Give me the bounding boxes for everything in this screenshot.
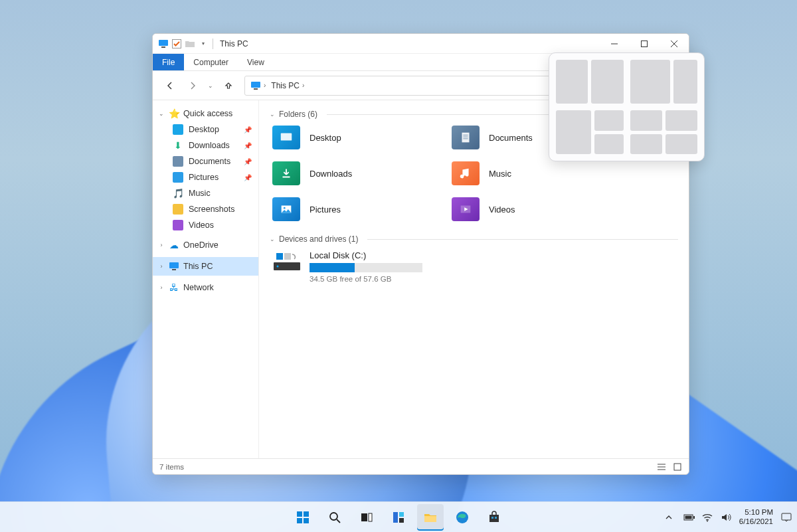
svg-rect-24 [284,253,291,260]
svg-rect-44 [495,517,497,519]
search-button[interactable] [321,504,348,531]
dropdown-caret-icon[interactable]: ▾ [198,39,209,49]
downloads-folder-icon [272,161,300,185]
videos-folder-icon [452,197,480,221]
pictures-folder-icon [272,197,300,221]
edge-taskbar[interactable] [449,504,476,531]
svg-rect-1 [161,46,165,48]
sidebar-item-documents[interactable]: Documents📌 [153,153,258,169]
sidebar-item-label: Network [183,283,214,292]
picture-icon [173,172,183,183]
snap-layout-4grid[interactable] [630,110,698,154]
breadcrumb-thispc[interactable]: This PC [271,81,300,90]
chevron-right-icon[interactable]: › [158,284,165,291]
snap-layout-2col-wide[interactable] [630,60,698,104]
svg-rect-13 [281,133,292,141]
chevron-right-icon[interactable]: › [302,82,304,89]
ribbon-tab-view[interactable]: View [238,54,274,70]
sidebar-network[interactable]: › 🖧 Network [153,280,258,296]
video-icon [173,220,183,230]
file-explorer-taskbar[interactable] [417,504,444,531]
drive-label: Local Disk (C:) [310,250,422,260]
wifi-icon[interactable] [702,513,713,522]
sidebar-item-label: Documents [189,157,230,166]
battery-icon[interactable] [683,513,694,521]
folder-videos[interactable]: Videos [452,197,624,221]
task-view-button[interactable] [353,504,380,531]
sidebar-item-downloads[interactable]: ⬇Downloads📌 [153,137,258,153]
sidebar-item-desktop[interactable]: Desktop📌 [153,122,258,137]
svg-rect-31 [297,518,302,523]
svg-point-33 [330,513,337,520]
folder-small-icon [185,39,195,49]
documents-folder-icon [452,126,480,149]
pc-monitor-icon [250,80,261,91]
sidebar-item-pictures[interactable]: Pictures📌 [153,169,258,185]
svg-point-48 [707,520,708,521]
drive-icon [272,250,302,273]
sidebar-item-label: Desktop [189,125,219,134]
chevron-down-icon[interactable]: ⌄ [270,111,275,118]
download-icon: ⬇ [173,140,183,151]
folder-downloads[interactable]: Downloads [272,161,445,185]
sidebar-item-music[interactable]: 🎵Music [153,185,258,201]
pc-monitor-icon [158,39,169,49]
close-button[interactable] [659,34,689,54]
folder-label: Videos [489,205,515,215]
statusbar: 7 items [153,458,689,474]
snap-layout-3col-left[interactable] [556,110,624,154]
snap-layout-2col[interactable] [556,60,624,104]
folder-pictures[interactable]: Pictures [272,197,445,221]
start-button[interactable] [290,504,316,531]
store-taskbar[interactable] [481,504,507,531]
sidebar-thispc[interactable]: › This PC [153,257,258,276]
chevron-right-icon[interactable]: › [158,263,165,270]
network-icon: 🖧 [169,282,179,293]
recent-dropdown[interactable]: ⌄ [206,76,215,95]
tray-overflow-icon[interactable] [665,513,675,521]
svg-rect-46 [693,516,695,519]
forward-button[interactable] [183,76,202,95]
svg-rect-30 [304,511,309,517]
svg-rect-14 [462,133,470,143]
titlebar[interactable]: ▾ This PC [153,34,689,54]
drive-local-disk-c[interactable]: Local Disk (C:) 34.5 GB free of 57.6 GB [272,250,678,283]
chevron-right-icon[interactable]: › [158,242,165,248]
chevron-right-icon[interactable]: › [264,82,266,89]
chevron-down-icon[interactable]: ⌄ [158,110,165,117]
folder-desktop[interactable]: Desktop [272,126,445,149]
widgets-button[interactable] [385,504,412,531]
sidebar-item-label: Pictures [189,173,219,182]
taskbar: 5:10 PM 6/16/2021 [0,501,797,532]
sidebar-item-label: This PC [183,262,213,271]
notifications-icon[interactable] [781,513,792,522]
svg-rect-47 [685,515,691,519]
sidebar-item-screenshots[interactable]: Screenshots [153,201,258,217]
sidebar-quick-access[interactable]: ⌄ ⭐ Quick access [153,106,258,122]
svg-rect-42 [489,515,499,522]
onedrive-icon: ☁ [169,240,179,250]
sidebar-item-label: Quick access [183,109,232,118]
taskbar-clock[interactable]: 5:10 PM 6/16/2021 [739,508,773,525]
volume-icon[interactable] [721,513,731,522]
svg-rect-36 [369,513,372,521]
svg-point-19 [284,207,286,209]
svg-rect-23 [276,253,283,260]
view-details-icon[interactable] [657,462,666,472]
up-button[interactable] [219,76,238,95]
clock-time: 5:10 PM [739,508,773,517]
star-icon: ⭐ [169,108,179,119]
section-drives-header[interactable]: ⌄ Devices and drives (1) [270,234,678,244]
folder-music[interactable]: Music [452,161,624,185]
maximize-button[interactable] [629,34,659,54]
sidebar-item-videos[interactable]: Videos [153,217,258,233]
chevron-down-icon[interactable]: ⌄ [270,236,275,242]
back-button[interactable] [161,76,179,95]
minimize-button[interactable] [599,34,629,54]
sidebar-onedrive[interactable]: › ☁ OneDrive [153,237,258,253]
ribbon-tab-file[interactable]: File [153,54,184,70]
document-icon [173,156,183,167]
view-large-icons-icon[interactable] [673,462,682,472]
ribbon-tab-computer[interactable]: Computer [184,54,238,70]
music-folder-icon [452,161,480,185]
